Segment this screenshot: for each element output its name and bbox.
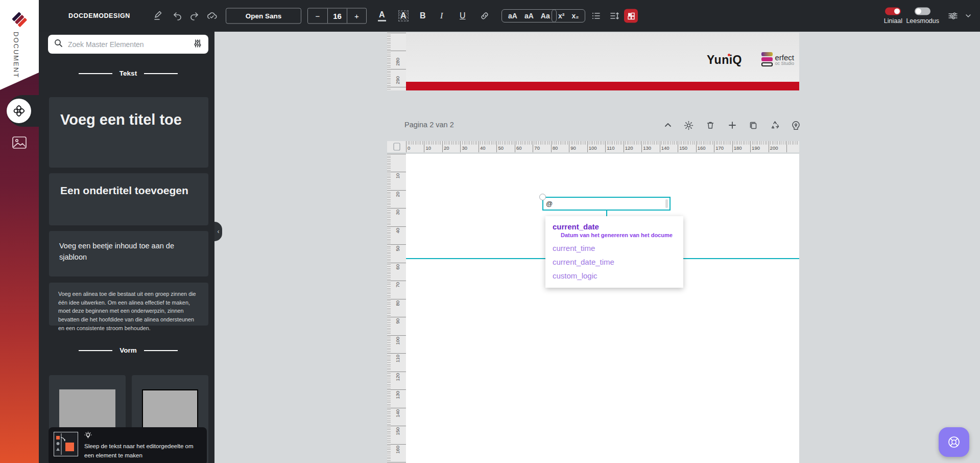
master-element-content[interactable]: Voeg een beetje inhoud toe aan de sjablo… <box>49 231 208 276</box>
font-size-increase-button[interactable]: + <box>347 9 366 24</box>
help-button[interactable] <box>939 427 969 457</box>
duplicate-page-icon[interactable] <box>748 120 759 131</box>
uppercase-button[interactable]: aA <box>508 12 517 20</box>
ruler-toggle-knob <box>894 9 900 14</box>
images-tab-icon[interactable] <box>12 136 27 149</box>
ruler-tick-label: 20 <box>444 145 449 151</box>
collapse-page-icon[interactable] <box>662 120 674 131</box>
ruler-tick-label: 10 <box>395 173 400 179</box>
ruler-tick-label: 280 <box>395 58 400 66</box>
editor-canvas: YuniQ erfect oc Studio 280290 Pagina 2 v… <box>214 32 980 463</box>
ruler-tick-label: 160 <box>698 145 706 151</box>
smart-table-tool-icon[interactable] <box>624 9 638 23</box>
pds-subname: oc Studio <box>775 61 794 66</box>
text-section-header: Tekst <box>48 70 208 77</box>
chevron-down-icon[interactable] <box>962 9 975 22</box>
text-case-group: aA aA Aa <box>501 9 557 22</box>
app-logo-icon[interactable] <box>11 11 28 28</box>
text-color-button[interactable]: A <box>378 10 386 21</box>
bold-button[interactable]: B <box>420 11 426 20</box>
undo-icon[interactable] <box>171 9 184 22</box>
readmode-toggle-block: Leesmodus <box>906 8 939 25</box>
perfect-doc-studio-icon <box>761 52 773 66</box>
divider <box>144 73 178 74</box>
ruler-tick-label: 120 <box>395 373 400 381</box>
ruler-tick-label: 90 <box>570 145 576 151</box>
subscript-button[interactable]: x₂ <box>571 12 579 20</box>
shape-section-header: Vorm <box>48 346 208 354</box>
master-elements-panel: Tekst Voeg een titel toe Een ondertitel … <box>39 32 214 463</box>
page-2[interactable]: @ current_date Datum van het genereren v… <box>406 154 799 463</box>
dropdown-item-custom-logic[interactable]: custom_logic <box>545 269 683 283</box>
ruler-tick-label: 60 <box>395 264 400 270</box>
ruler-tick-label: 110 <box>395 355 400 362</box>
readmode-toggle[interactable] <box>915 8 930 15</box>
lowercase-button[interactable]: Aa <box>541 12 550 20</box>
divider <box>144 350 178 351</box>
font-family-select[interactable]: Open Sans <box>226 8 301 24</box>
horizontal-ruler: 0102030405060708090100110120130140150160… <box>406 141 799 152</box>
add-page-plus-icon[interactable] <box>727 120 738 131</box>
idea-assistant-icon[interactable] <box>790 120 801 131</box>
ruler-tick-label: 150 <box>679 145 687 151</box>
edit-title-icon[interactable] <box>151 9 164 22</box>
ruler-tick-label: 200 <box>770 145 778 151</box>
page-1[interactable]: YuniQ erfect oc Studio <box>406 33 799 90</box>
underline-button[interactable]: U <box>460 11 466 20</box>
variable-textbox[interactable]: @ <box>542 197 671 211</box>
pds-name: erfect <box>775 53 794 62</box>
italic-button[interactable]: I <box>440 11 443 20</box>
divider <box>79 73 112 74</box>
search-icon <box>54 39 63 50</box>
ruler-tick-label: 150 <box>395 427 400 435</box>
ruler-tick-label: 90 <box>395 318 400 324</box>
ruler-tick-label: 130 <box>643 145 651 151</box>
recycle-content-icon[interactable] <box>770 120 781 131</box>
top-toolbar: DOCDEMODESIGN Open Sans − 16 + A A B I U… <box>39 0 980 32</box>
filter-icon[interactable] <box>193 39 202 50</box>
ruler-tick-label: 170 <box>715 145 724 151</box>
ruler-tick-label: 40 <box>395 228 400 234</box>
dropdown-item-current-time[interactable]: current_time <box>545 241 683 255</box>
dropdown-item-current-date[interactable]: current_date <box>545 220 683 231</box>
textbox-drag-handle[interactable] <box>539 194 546 200</box>
page-settings-gear-icon[interactable] <box>683 120 694 131</box>
dropdown-item-description: Datum van het genereren van het docume <box>545 231 683 241</box>
ruler-tick-label: 40 <box>480 145 486 151</box>
elements-tab-button[interactable] <box>7 99 31 123</box>
font-size-value[interactable]: 16 <box>327 9 347 24</box>
ruler-tick-label: 0 <box>408 145 410 151</box>
redo-icon[interactable] <box>188 9 201 22</box>
title-element-label: Voeg een titel toe <box>60 108 197 131</box>
highlight-color-button[interactable]: A <box>398 10 409 21</box>
divider <box>79 350 112 351</box>
master-element-paragraph[interactable]: Voeg een alinea toe die bestaat uit een … <box>49 283 208 326</box>
font-size-decrease-button[interactable]: − <box>308 9 327 24</box>
lightbulb-icon <box>84 432 92 441</box>
page-indicator: Pagina 2 van 2 <box>404 121 454 129</box>
search-input[interactable] <box>68 40 188 49</box>
ruler-tick-label: 100 <box>589 145 597 151</box>
text-section-title: Tekst <box>119 70 137 77</box>
superscript-button[interactable]: x² <box>558 12 564 20</box>
ruler-tick-label: 190 <box>752 145 760 151</box>
ruler-tick-label: 50 <box>498 145 504 151</box>
settings-sliders-icon[interactable] <box>946 9 960 22</box>
master-element-subtitle[interactable]: Een ondertitel toevoegen <box>49 173 208 225</box>
ruler-tick-label: 20 <box>395 192 400 197</box>
bullet-list-icon[interactable] <box>589 9 603 22</box>
font-size-stepper: − 16 + <box>307 8 367 24</box>
readmode-toggle-knob <box>916 9 921 14</box>
delete-page-trash-icon[interactable] <box>705 120 716 131</box>
link-icon[interactable] <box>478 9 491 22</box>
document-title: DOCDEMODESIGN <box>68 12 130 19</box>
line-spacing-icon[interactable] <box>608 9 621 22</box>
yuniq-logo: YuniQ <box>707 53 742 67</box>
master-element-title[interactable]: Voeg een titel toe <box>49 97 208 168</box>
ruler-toggle[interactable] <box>885 8 901 15</box>
ruler-toggle-block: Liniaal <box>884 8 902 25</box>
dropdown-item-current-date-time[interactable]: current_date_time <box>545 255 683 269</box>
drag-hint-text: Sleep de tekst naar het editorgedeelte o… <box>84 442 202 460</box>
cloud-save-icon[interactable] <box>205 9 219 22</box>
capitalize-button[interactable]: aA <box>524 12 534 20</box>
